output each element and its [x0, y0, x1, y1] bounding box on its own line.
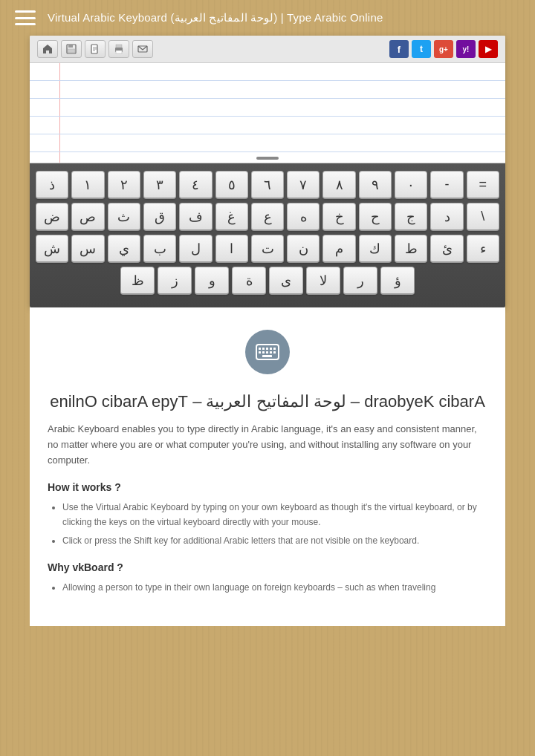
main-card: f t g+ y! ▶ ذ ١ ٢ ٣ ٤ ٥ ٦ ٧ ٨ [30, 36, 505, 307]
key-ج[interactable]: ج [395, 203, 427, 231]
toolbar-right: f t g+ y! ▶ [389, 40, 498, 58]
key-equals[interactable]: = [467, 171, 499, 199]
svg-rect-2 [68, 49, 75, 53]
how-it-works-list: Use the Virtual Arabic Keyboard by typin… [48, 501, 487, 548]
keyboard-icon-circle [245, 330, 290, 374]
key-ث[interactable]: ث [108, 203, 140, 231]
key-9[interactable]: ٩ [359, 171, 392, 199]
key-و[interactable]: و [195, 267, 229, 295]
how-it-works-item-1: Use the Virtual Arabic Keyboard by typin… [62, 501, 487, 529]
svg-rect-15 [270, 348, 272, 350]
keyboard-row-2: ض ص ث ق ف غ ع ه خ ح ج د \ [36, 203, 499, 231]
key-4[interactable]: ٤ [179, 171, 212, 199]
key-ض[interactable]: ض [36, 203, 68, 231]
key-7[interactable]: ٧ [287, 171, 320, 199]
svg-rect-20 [270, 351, 272, 353]
why-vkboard-list: Allowing a person to type in their own l… [48, 581, 487, 595]
key-ص[interactable]: ص [71, 203, 104, 231]
print-button[interactable] [108, 40, 129, 58]
key-ن[interactable]: ن [287, 235, 320, 263]
key-2[interactable]: ٢ [108, 171, 140, 199]
toolbar: f t g+ y! ▶ [30, 36, 505, 63]
svg-rect-1 [68, 45, 73, 48]
key-ة[interactable]: ة [232, 267, 266, 295]
key-ب[interactable]: ب [143, 235, 176, 263]
keyboard-section: ذ ١ ٢ ٣ ٤ ٥ ٦ ٧ ٨ ٩ ٠ - = ض ص ث ق ف غ ع … [30, 163, 505, 307]
key-ل[interactable]: ل [179, 235, 212, 263]
svg-rect-22 [262, 355, 272, 357]
toolbar-left [37, 40, 153, 58]
info-section: Arabic Keyboard – لوحة المفاتيح العربية … [30, 307, 505, 626]
key-5[interactable]: ٥ [215, 171, 248, 199]
key-د[interactable]: د [430, 203, 463, 231]
header-title: Virtual Arabic Keyboard (لوحة المفاتيح ا… [48, 11, 383, 25]
keyboard-row-3: ش س ي ب ل ا ت ن م ك ط ئ ء [36, 235, 499, 263]
key-minus[interactable]: - [430, 171, 463, 199]
facebook-button[interactable]: f [389, 40, 409, 58]
key-ط[interactable]: ط [395, 235, 427, 263]
why-vkboard-item-1: Allowing a person to type in their own l… [62, 581, 487, 595]
keyboard-row-4: ظ ز و ة ى لا ر ؤ [36, 267, 499, 295]
key-ي[interactable]: ي [108, 235, 140, 263]
key-ك[interactable]: ك [359, 235, 392, 263]
svg-rect-12 [259, 348, 261, 350]
how-it-works-item-2: Click or press the Shift key for additio… [62, 534, 487, 548]
svg-rect-8 [116, 45, 122, 48]
key-ر[interactable]: ر [343, 267, 377, 295]
key-ف[interactable]: ف [179, 203, 212, 231]
youtube-button[interactable]: ▶ [479, 40, 498, 58]
info-title: Arabic Keyboard – لوحة المفاتيح العربية … [48, 392, 487, 411]
svg-rect-18 [262, 351, 265, 353]
key-ظ[interactable]: ظ [120, 267, 155, 295]
info-description: Arabic Keyboard enables you to type dire… [48, 422, 487, 468]
google-plus-button[interactable]: g+ [434, 40, 453, 58]
resize-handle[interactable] [256, 157, 279, 160]
svg-rect-9 [116, 50, 122, 53]
text-area-section [30, 63, 505, 163]
svg-rect-14 [266, 348, 268, 350]
key-ى[interactable]: ى [269, 267, 303, 295]
key-6[interactable]: ٦ [251, 171, 284, 199]
hamburger-menu-button[interactable] [15, 10, 36, 25]
key-3[interactable]: ٣ [143, 171, 176, 199]
email-button[interactable] [132, 40, 153, 58]
key-ه[interactable]: ه [287, 203, 320, 231]
key-س[interactable]: س [71, 235, 104, 263]
yahoo-button[interactable]: y! [456, 40, 476, 58]
key-ق[interactable]: ق [143, 203, 176, 231]
keyboard-row-1: ذ ١ ٢ ٣ ٤ ٥ ٦ ٧ ٨ ٩ ٠ - = [36, 171, 499, 199]
svg-rect-19 [266, 351, 268, 353]
document-button[interactable] [85, 40, 106, 58]
key-ع[interactable]: ع [251, 203, 284, 231]
why-vkboard-title: Why vkBoard ? [48, 561, 487, 573]
key-ش[interactable]: ش [36, 235, 68, 263]
header: Virtual Arabic Keyboard (لوحة المفاتيح ا… [0, 0, 535, 36]
key-خ[interactable]: خ [322, 203, 355, 231]
key-8[interactable]: ٨ [322, 171, 355, 199]
key-غ[interactable]: غ [215, 203, 248, 231]
svg-rect-21 [273, 351, 276, 353]
key-ئ[interactable]: ئ [430, 235, 463, 263]
key-backslash[interactable]: \ [467, 203, 499, 231]
key-0[interactable]: ٠ [395, 171, 427, 199]
key-ا[interactable]: ا [215, 235, 248, 263]
svg-rect-13 [262, 348, 265, 350]
twitter-button[interactable]: t [412, 40, 431, 58]
key-ت[interactable]: ت [251, 235, 284, 263]
key-م[interactable]: م [322, 235, 355, 263]
key-ؤ[interactable]: ؤ [380, 267, 415, 295]
key-لا[interactable]: لا [306, 267, 340, 295]
key-ح[interactable]: ح [359, 203, 392, 231]
key-ء[interactable]: ء [467, 235, 499, 263]
svg-rect-17 [259, 351, 261, 353]
key-ز[interactable]: ز [158, 267, 192, 295]
key-ذ[interactable]: ذ [36, 171, 68, 199]
keyboard-icon [256, 344, 279, 360]
key-1[interactable]: ١ [71, 171, 104, 199]
notebook-lines [30, 63, 505, 163]
how-it-works-title: How it works ? [48, 481, 487, 493]
save-button[interactable] [61, 40, 82, 58]
home-button[interactable] [37, 40, 58, 58]
svg-rect-16 [273, 348, 276, 350]
